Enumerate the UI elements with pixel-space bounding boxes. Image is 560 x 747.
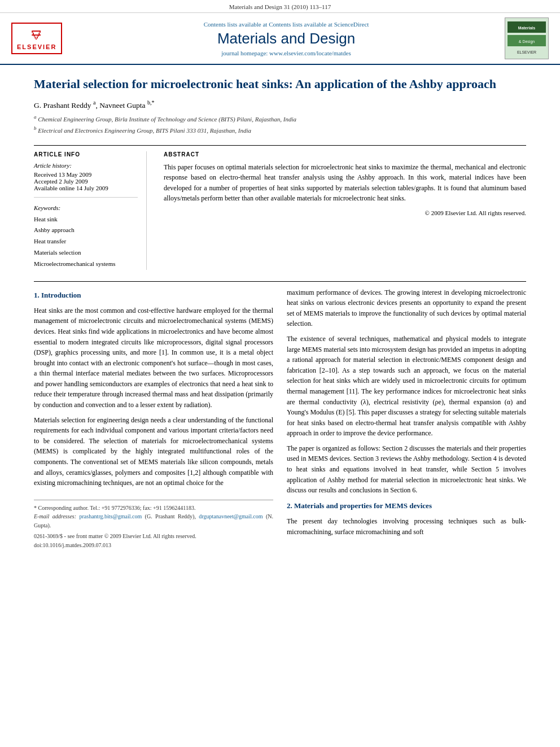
affiliations: a Chemical Engineering Group, Birla Inst… [34, 113, 526, 136]
body-column-right: maximum performance of devices. The grow… [287, 287, 526, 550]
elsevier-logo: 🜃 ELSEVIER [11, 23, 68, 54]
divider-body [34, 281, 526, 282]
article-info-column: ARTICLE INFO Article history: Received 1… [34, 151, 147, 270]
footnote-doi: doi:10.1016/j.matdes.2009.07.013 [34, 541, 273, 550]
sciencedirect-anchor[interactable]: Contents lists available at ScienceDirec… [269, 21, 369, 28]
journal-title: Materials and Design [68, 30, 505, 47]
article-title: Material selection for microelectronic h… [34, 76, 526, 93]
abstract-column: ABSTRACT This paper focuses on optimal m… [164, 151, 526, 270]
keyword-ashby: Ashby approach [34, 225, 138, 236]
footnote-issn: 0261-3069/$ - see front matter © 2009 El… [34, 532, 273, 541]
email-link-prashant[interactable]: prashantrg.bits@gmail.com [80, 513, 142, 519]
article-info-heading: ARTICLE INFO [34, 151, 138, 158]
section1-paragraph-1: Heat sinks are the most common and cost-… [34, 305, 273, 410]
body-columns: 1. Introduction Heat sinks are the most … [34, 287, 526, 550]
keyword-mems: Microelectromechanical systems [34, 259, 138, 270]
section1-paragraph-5: The paper is organized as follows: Secti… [287, 443, 526, 496]
section2-heading: 2. Materials and properties for MEMS dev… [287, 500, 526, 512]
article-info-abstract-section: ARTICLE INFO Article history: Received 1… [34, 151, 526, 270]
journal-cover-thumbnail: Materials & Design ELSEVIER [505, 18, 549, 59]
journal-center-info: Contents lists available at Contents lis… [68, 21, 505, 56]
footnote-corresponding: * Corresponding author. Tel.: +91 977297… [34, 504, 273, 513]
history-label: Article history: [34, 162, 138, 169]
keyword-materials-selection: Materials selection [34, 247, 138, 259]
journal-header: 🜃 ELSEVIER Contents lists available at C… [0, 13, 560, 65]
available-date: Available online 14 July 2009 [34, 185, 138, 191]
sciencedirect-link: Contents lists available at Contents lis… [68, 21, 505, 28]
footnotes: * Corresponding author. Tel.: +91 977297… [34, 500, 273, 550]
abstract-copyright: © 2009 Elsevier Ltd. All rights reserved… [164, 209, 526, 216]
body-column-left: 1. Introduction Heat sinks are the most … [34, 287, 273, 550]
journal-homepage: journal homepage: www.elsevier.com/locat… [68, 50, 505, 56]
section1-paragraph-3: maximum performance of devices. The grow… [287, 287, 526, 329]
abstract-text: This paper focuses on optimal materials … [164, 162, 526, 204]
keyword-heat-sink: Heat sink [34, 214, 138, 225]
divider-top [34, 145, 526, 146]
abstract-heading: ABSTRACT [164, 151, 526, 158]
section1-paragraph-4: The existence of several techniques, mat… [287, 334, 526, 439]
keyword-heat-transfer: Heat transfer [34, 236, 138, 247]
keywords-section: Keywords: Heat sink Ashby approach Heat … [34, 204, 138, 270]
article-container: Material selection for microelectronic h… [0, 65, 560, 566]
section2-paragraph-1: The present day technologies involving p… [287, 516, 526, 537]
section1-heading: 1. Introduction [34, 290, 273, 301]
footnote-email: E-mail addresses: prashantrg.bits@gmail.… [34, 512, 273, 530]
accepted-date: Accepted 2 July 2009 [34, 178, 138, 185]
article-history-section: Article history: Received 13 May 2009 Ac… [34, 162, 138, 198]
section1-paragraph-2: Materials selection for engineering desi… [34, 415, 273, 488]
journal-reference: Materials and Design 31 (2010) 113–117 [0, 0, 560, 13]
keywords-label: Keywords: [34, 204, 138, 211]
authors: G. Prashant Reddy a, Navneet Gupta b,* [34, 99, 526, 110]
email-link-navneet[interactable]: drguptanavneet@gmail.com [199, 513, 262, 519]
received-date: Received 13 May 2009 [34, 171, 138, 178]
